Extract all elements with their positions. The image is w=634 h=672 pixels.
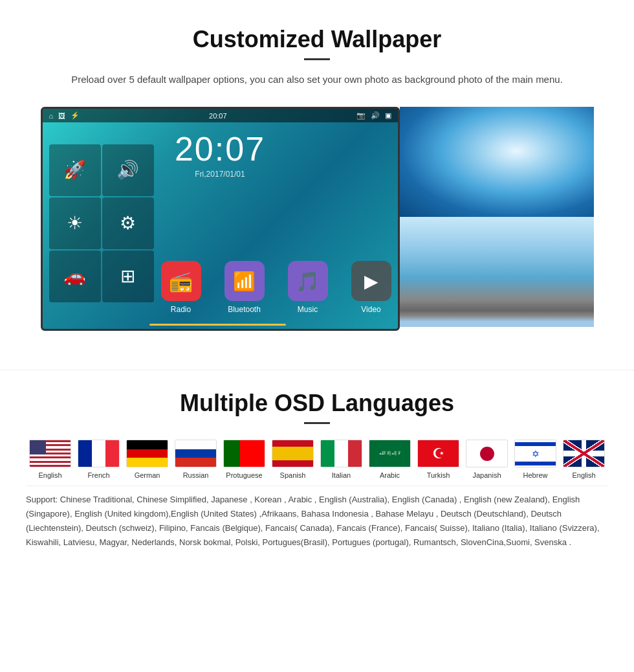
- flag-il-star: ✡: [532, 449, 540, 459]
- flag-sa-text: لا إله إلا الله: [379, 451, 400, 456]
- flag-il-top-stripe: [515, 442, 556, 446]
- flag-sa: لا إله إلا الله: [369, 440, 411, 467]
- equalizer-icon: ⚙: [120, 212, 136, 234]
- flag-pt: [223, 440, 265, 467]
- flags-row: English French German Russian Protuguese…: [26, 440, 608, 479]
- hu-screen: ⌂ 🖼 ⚡ 20:07 📷 🔊 ▣ 20:07 Fri,2017/01/01: [43, 109, 398, 329]
- head-unit-mockup: ⌂ 🖼 ⚡ 20:07 📷 🔊 ▣ 20:07 Fri,2017/01/01: [41, 107, 400, 331]
- music-icon: 🎵: [288, 261, 328, 301]
- flag-label-french: French: [87, 471, 109, 479]
- flag-item-hebrew: ✡ Hebrew: [514, 440, 556, 479]
- app-video[interactable]: ▶ Video: [340, 256, 400, 319]
- flag-item-english-us: English: [29, 440, 71, 479]
- flag-item-arabic: لا إله إلا الله Arabic: [369, 440, 411, 479]
- brightness-icon: ☀: [67, 212, 83, 234]
- speaker-icon: 🔊: [116, 159, 139, 181]
- flag-il-bottom-stripe: [515, 462, 556, 465]
- wallpaper-ice-cave: [400, 107, 594, 217]
- grid-item-equalizer[interactable]: ⚙: [102, 197, 154, 249]
- bridge-scene-bg: [400, 217, 594, 327]
- home-icon: ⌂: [49, 112, 54, 120]
- ice-cave-bg: [400, 107, 594, 217]
- title-divider: [304, 58, 330, 60]
- app-radio[interactable]: 📻 Radio: [149, 256, 213, 319]
- wallpaper-description: Preload over 5 default wallpaper options…: [52, 72, 582, 87]
- wallpaper-section: Customized Wallpaper Preload over 5 defa…: [0, 0, 634, 370]
- flag-item-english-uk: English: [563, 440, 605, 479]
- flag-label-english: English: [38, 471, 61, 479]
- image-icon: 🖼: [58, 112, 65, 120]
- hu-statusbar-right: 📷 🔊 ▣: [356, 111, 391, 120]
- grid-item-apps[interactable]: ⊞: [102, 251, 154, 302]
- grid-item-speaker[interactable]: 🔊: [102, 144, 154, 196]
- grid-item-nav[interactable]: 🚀: [49, 144, 101, 196]
- screen-icon: ▣: [385, 111, 391, 120]
- wallpaper-demo: ⌂ 🖼 ⚡ 20:07 📷 🔊 ▣ 20:07 Fri,2017/01/01: [39, 107, 595, 331]
- lang-title-divider: [304, 422, 330, 424]
- flag-item-spanish: Spanish: [272, 440, 314, 479]
- bluetooth-icon: 📶: [224, 261, 265, 301]
- flag-label-german: German: [135, 471, 160, 479]
- radio-icon: 📻: [161, 261, 201, 301]
- hu-progress-bar: [149, 324, 286, 326]
- support-languages-text: Support: Chinese Traditional, Chinese Si…: [26, 486, 608, 550]
- flag-tr-crescent: ☪: [432, 445, 445, 462]
- flag-tr: ☪: [417, 440, 459, 467]
- flag-label-english-uk: English: [572, 471, 595, 479]
- flag-fr: [78, 440, 120, 467]
- flag-label-italian: Italian: [332, 471, 351, 479]
- wallpaper-side-images: [400, 107, 594, 327]
- flag-label-russian: Russian: [183, 471, 209, 479]
- car-icon: 🚗: [63, 265, 86, 287]
- flag-item-turkish: ☪ Turkish: [417, 440, 459, 479]
- flag-es: [272, 440, 314, 467]
- nav-icon: 🚀: [63, 159, 86, 181]
- app-bluetooth[interactable]: 📶 Bluetooth: [213, 256, 276, 319]
- music-label: Music: [298, 305, 318, 314]
- video-label: Video: [361, 305, 380, 314]
- flag-item-italian: Italian: [320, 440, 362, 479]
- wallpaper-bridge: [400, 217, 594, 327]
- flag-il: ✡: [514, 440, 556, 467]
- flag-label-japanese: Japanish: [472, 471, 501, 479]
- bluetooth-label: Bluetooth: [228, 305, 261, 314]
- grid-item-brightness[interactable]: ☀: [49, 197, 101, 249]
- flag-jp-circle: [480, 447, 494, 461]
- flag-label-spanish: Spanish: [280, 471, 306, 479]
- flag-ru: [175, 440, 217, 467]
- languages-section: Multiple OSD Languages English French Ge…: [0, 370, 634, 563]
- apps-icon: ⊞: [120, 265, 135, 287]
- flag-item-portuguese: Protuguese: [223, 440, 265, 479]
- flag-label-portuguese: Protuguese: [226, 471, 262, 479]
- radio-label: Radio: [171, 305, 191, 314]
- flag-jp: [466, 440, 508, 467]
- flag-item-french: French: [78, 440, 120, 479]
- flag-uk: [563, 440, 605, 467]
- hu-statusbar-left: ⌂ 🖼 ⚡: [49, 111, 80, 120]
- hu-grid-icons: 🚀 🔊 ☀ ⚙ 🚗 ⊞: [49, 144, 154, 302]
- flag-label-hebrew: Hebrew: [523, 471, 548, 479]
- flag-item-russian: Russian: [175, 440, 217, 479]
- grid-item-car[interactable]: 🚗: [49, 251, 101, 302]
- hu-clock-small: 20:07: [209, 112, 227, 120]
- flag-us: [29, 440, 71, 467]
- wallpaper-title: Customized Wallpaper: [39, 26, 595, 53]
- camera-icon: 📷: [356, 111, 366, 120]
- languages-title: Multiple OSD Languages: [26, 390, 608, 417]
- flag-label-turkish: Turkish: [427, 471, 450, 479]
- flag-label-arabic: Arabic: [380, 471, 400, 479]
- hu-apps-row: 📻 Radio 📶 Bluetooth 🎵 Music ▶ Video: [149, 256, 400, 319]
- usb-icon: ⚡: [71, 111, 80, 120]
- hu-progress: [149, 324, 398, 326]
- app-music[interactable]: 🎵 Music: [276, 256, 340, 319]
- hu-statusbar: ⌂ 🖼 ⚡ 20:07 📷 🔊 ▣: [43, 109, 398, 122]
- flag-item-japanese: Japanish: [466, 440, 508, 479]
- volume-icon: 🔊: [371, 111, 380, 120]
- video-icon: ▶: [351, 261, 391, 301]
- flag-it: [320, 440, 362, 467]
- flag-item-german: German: [126, 440, 168, 479]
- flag-de: [126, 440, 168, 467]
